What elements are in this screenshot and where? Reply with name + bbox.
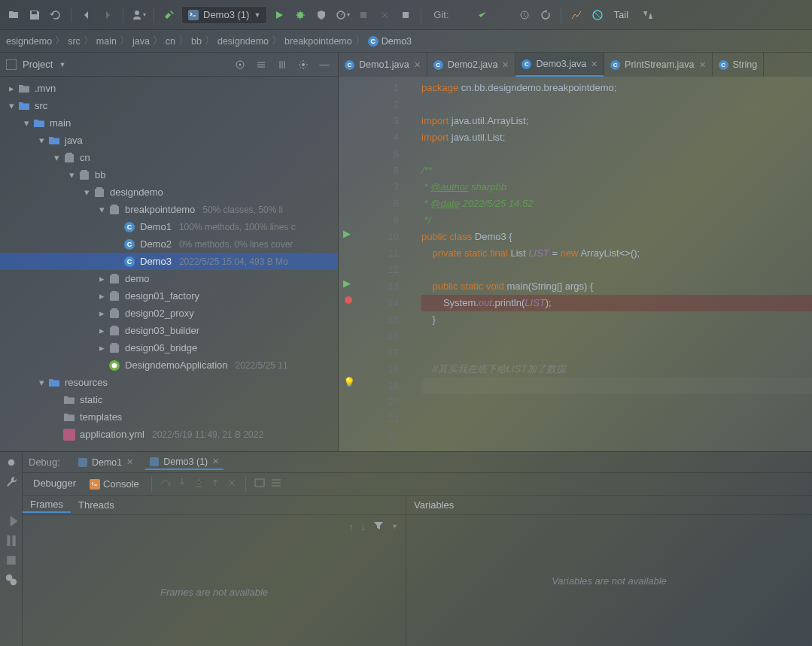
line-number[interactable]: 9 [360, 212, 399, 229]
coverage-icon[interactable] [312, 6, 330, 24]
code-line[interactable]: /** [421, 162, 812, 179]
chevron-down-icon[interactable]: ▾ [66, 170, 77, 180]
drop-frame-icon[interactable] [226, 477, 238, 491]
wrench-icon[interactable] [4, 475, 19, 490]
line-number[interactable]: 16 [360, 328, 399, 344]
hammer-icon[interactable] [160, 6, 178, 24]
breakpoints-icon[interactable] [4, 572, 19, 587]
tree-row-cn[interactable]: ▾cn [0, 149, 338, 166]
debug-icon[interactable] [291, 6, 309, 24]
breadcrumb-item[interactable]: main [96, 36, 117, 47]
chevron-down-icon[interactable]: ▾ [96, 205, 107, 215]
editor-tab[interactable]: CDemo2.java✕ [427, 53, 516, 77]
attach-icon[interactable] [354, 6, 373, 24]
run-gutter-icon[interactable]: ▶ [343, 278, 351, 289]
tree-row-java[interactable]: ▾java [0, 132, 338, 149]
console-tab[interactable]: Console [85, 477, 144, 491]
code-line[interactable]: public static void main(String[] args) { [421, 278, 812, 295]
expand-icon[interactable] [254, 57, 269, 72]
chevron-down-icon[interactable]: ▾ [36, 135, 47, 146]
bulb-icon[interactable]: 💡 [343, 377, 355, 388]
stop-icon[interactable] [397, 6, 415, 24]
chevron-down-icon[interactable]: ▾ [51, 153, 62, 163]
project-title[interactable]: Project [23, 59, 53, 70]
tree-row-design01-factory[interactable]: ▸design01_factory [0, 287, 338, 305]
stop2-icon[interactable] [4, 553, 19, 568]
chevron-right-icon[interactable]: ▸ [96, 326, 107, 336]
tree-row-resources[interactable]: ▾resources [0, 374, 338, 391]
code-line[interactable] [421, 427, 812, 444]
debugger-tab[interactable]: Debugger [29, 476, 81, 492]
profile-icon[interactable]: ▾ [129, 6, 147, 24]
force-step-icon[interactable] [193, 477, 205, 491]
line-number[interactable]: 12 [360, 262, 399, 278]
code-line[interactable]: private static final List LIST = new Arr… [421, 245, 812, 262]
line-number[interactable]: 10 [360, 229, 399, 245]
code-line[interactable] [421, 411, 812, 427]
editor-tab[interactable]: CDemo1.java✕ [339, 53, 427, 77]
code-line[interactable] [421, 394, 812, 411]
forward-icon[interactable] [99, 6, 117, 24]
code-line[interactable]: } [421, 311, 812, 328]
run-gutter-icon[interactable]: ▶ [343, 228, 351, 239]
close-icon[interactable]: ✕ [591, 59, 598, 69]
save-icon[interactable] [26, 6, 44, 24]
chevron-right-icon[interactable]: ▸ [96, 308, 107, 319]
tree-row-designdemoapplication[interactable]: ⬢DesigndemoApplication2022/5/25 11 [0, 356, 338, 374]
debug-tab-demo3[interactable]: Demo3 (1)✕ [145, 455, 224, 470]
line-number[interactable]: 19 [360, 378, 399, 394]
breadcrumb-item[interactable]: bb [191, 36, 202, 47]
git-history-icon[interactable] [515, 6, 534, 24]
line-number[interactable]: 17 [360, 344, 399, 361]
chevron-down-icon[interactable]: ▾ [21, 118, 32, 129]
chart-icon[interactable] [567, 6, 585, 24]
tree-row-designdemo[interactable]: ▾designdemo [0, 183, 338, 201]
close-icon[interactable]: ✕ [212, 456, 219, 466]
chevron-right-icon[interactable]: ▸ [96, 343, 107, 353]
threads-tab[interactable]: Threads [71, 498, 122, 512]
tree-row-application-yml[interactable]: application.yml2022/5/19 11:49, 21 B 202… [0, 426, 338, 443]
code-line[interactable]: import java.util.ArrayList; [421, 113, 812, 129]
collapse-icon[interactable] [275, 57, 290, 72]
bug-icon[interactable] [4, 455, 19, 470]
minimize-icon[interactable]: — [317, 57, 332, 72]
down-icon[interactable]: ↓ [361, 521, 366, 532]
tree-row-demo3[interactable]: CDemo32022/5/25 15:04, 493 B Mo [0, 253, 338, 270]
close-icon[interactable]: ✕ [414, 60, 421, 70]
line-number[interactable]: 15 [360, 311, 399, 328]
line-number[interactable]: 6 [360, 162, 399, 179]
line-number[interactable]: 7 [360, 179, 399, 196]
line-number[interactable]: 5 [360, 146, 399, 162]
line-number[interactable]: 3 [360, 113, 399, 129]
breadcrumb-item[interactable]: java [132, 36, 150, 47]
pause-icon[interactable] [4, 533, 19, 548]
editor-tab[interactable]: CDemo3.java✕ [515, 53, 604, 77]
reload-icon[interactable] [47, 6, 65, 24]
code-line[interactable] [421, 344, 812, 361]
run-icon[interactable] [270, 6, 288, 24]
chevron-down-icon[interactable]: ▼ [59, 61, 65, 68]
tree-row-design06-bridge[interactable]: ▸design06_bridge [0, 339, 338, 356]
editor-gutter[interactable]: 12345678910111213141516171819202122 [360, 77, 406, 451]
tree-row--mvn[interactable]: ▸.mvn [0, 80, 338, 97]
breadcrumb-item[interactable]: designdemo [217, 36, 269, 47]
code-line[interactable] [421, 146, 812, 162]
tree-row-main[interactable]: ▾main [0, 114, 338, 132]
back-icon[interactable] [78, 6, 96, 24]
chevron-down-icon[interactable]: ▾ [6, 101, 17, 111]
chevron-right-icon[interactable]: ▸ [96, 274, 107, 284]
line-number[interactable]: 1 [360, 80, 399, 96]
run-config-select[interactable]: Demo3 (1) ▼ [181, 6, 267, 24]
chevron-down-icon[interactable]: ▾ [81, 187, 92, 198]
line-number[interactable]: 13 [360, 278, 399, 295]
filter-icon[interactable] [373, 520, 384, 533]
git-rollback-icon[interactable] [537, 6, 555, 24]
editor-tab[interactable]: CString [713, 53, 765, 77]
inspect-icon[interactable] [588, 6, 607, 24]
debug-tab-demo1[interactable]: Demo1✕ [74, 456, 138, 469]
tree-row-templates[interactable]: templates [0, 408, 338, 426]
git-pull-icon[interactable] [452, 6, 470, 24]
frames-tab[interactable]: Frames [23, 497, 71, 513]
breadcrumb-current[interactable]: CDemo3 [368, 36, 412, 47]
step-into-icon[interactable] [176, 477, 188, 491]
